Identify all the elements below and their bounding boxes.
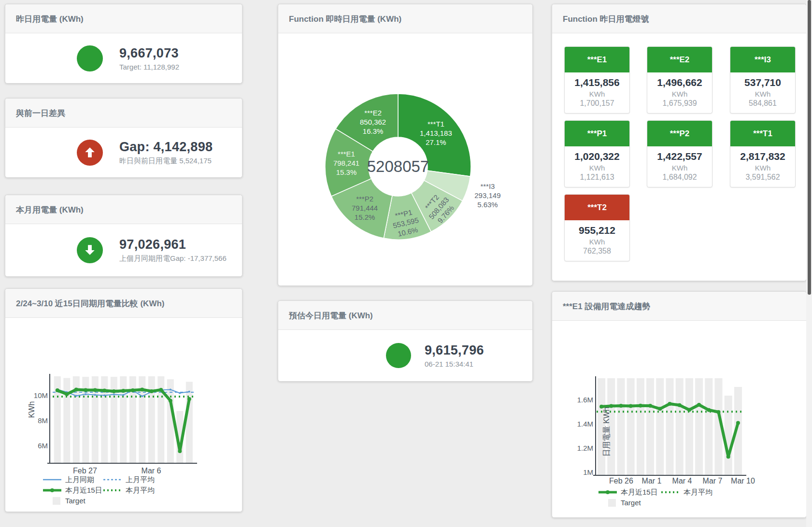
series-point [65, 392, 69, 396]
card-body: Gap: 4,142,898 昨日與前日用電量 5,524,175 [5, 128, 242, 177]
x-tick-label: Mar 1 [642, 477, 662, 485]
tile-unit: KWh [732, 164, 793, 172]
x-tick-label: Mar 4 [672, 477, 692, 485]
y-tick-label: 1.2M [577, 444, 593, 452]
target-bar [186, 382, 193, 463]
yesterday-usage-value: 9,667,073 [119, 46, 179, 61]
yesterday-usage-card: 昨日用電量 (KWh) 9,667,073 Target: 11,128,992 [5, 4, 242, 84]
card-title: 本月用電量 (KWh) [16, 204, 231, 215]
series-point [84, 388, 87, 392]
target-bar [676, 378, 684, 475]
series-point [170, 389, 171, 391]
legend-box-swatch [53, 497, 60, 505]
day-gap-subtitle: 昨日與前日用電量 5,524,175 [119, 157, 213, 166]
card-header: 與前一日差異 [5, 99, 242, 128]
scrollbar-thumb[interactable] [808, 0, 811, 295]
series-point [648, 404, 652, 408]
tile-header: ***T1 [730, 121, 795, 146]
donut-slice-label: ***I3293,1495.63% [474, 182, 500, 209]
y-tick-label: 8M [38, 416, 48, 425]
tile-value: 1,496,662 [649, 77, 710, 88]
series-point [93, 388, 97, 392]
legend-label: 本月平均 [684, 488, 712, 496]
series-point [131, 388, 135, 392]
tile-target: 1,700,157 [567, 99, 627, 108]
status-circle-icon [77, 45, 103, 71]
card-title: Function 昨日用電燈號 [563, 14, 796, 25]
card-title: 預估今日用電量 (KWh) [289, 310, 522, 321]
series-point [736, 421, 740, 425]
realtime-donut-card: Function 即時日用電量 (KWh) ***T11,413,18327.1… [278, 4, 533, 286]
estimate-value: 9,615,796 [425, 343, 484, 358]
series-point [140, 388, 144, 392]
y-tick-label: 6M [38, 442, 48, 450]
lamp-tile-e1: ***E1 1,415,856 KWh 1,700,157 [564, 46, 630, 114]
arrow-up-icon [77, 140, 103, 166]
legend-marker-swatch [606, 490, 610, 494]
tile-value: 537,710 [732, 77, 793, 88]
y-tick-label: 10M [34, 391, 48, 399]
tile-unit: KWh [649, 164, 710, 172]
compare-chart-card: 2/24~3/10 近15日同期用電量比較 (KWh) 6M8M10MKWhFe… [5, 288, 242, 512]
scrollbar-track[interactable] [806, 0, 812, 527]
yesterday-usage-target: Target: 11,128,992 [119, 63, 179, 71]
series-point [707, 408, 711, 412]
tile-value: 1,020,322 [567, 151, 627, 162]
series-point [187, 397, 191, 401]
tile-value: 2,817,832 [732, 151, 793, 162]
target-bar [63, 378, 70, 463]
tile-header: ***P1 [565, 121, 629, 146]
target-bar [656, 378, 664, 475]
target-bar [685, 378, 693, 475]
target-bar [646, 378, 654, 475]
tile-unit: KWh [567, 90, 627, 98]
series-point [727, 455, 730, 459]
series-point [74, 388, 78, 392]
tile-header: ***I3 [730, 47, 795, 72]
series-point [697, 403, 701, 407]
series-point [687, 408, 691, 412]
target-bar [695, 378, 703, 475]
target-bar [705, 378, 712, 475]
card-header: 預估今日用電量 (KWh) [278, 301, 532, 330]
lamp-tile-i3: ***I3 537,710 KWh 584,861 [730, 46, 796, 114]
series-point [619, 404, 623, 408]
target-bar [617, 378, 625, 475]
tile-unit: KWh [567, 238, 627, 246]
tile-unit: KWh [732, 90, 793, 98]
tile-target: 3,591,562 [732, 173, 793, 182]
series-point [113, 393, 115, 395]
legend-marker-swatch [50, 488, 54, 492]
x-tick-label: Feb 27 [73, 467, 97, 475]
target-bar [627, 378, 635, 475]
card-header: 昨日用電量 (KWh) [5, 4, 242, 33]
tile-unit: KWh [567, 164, 627, 172]
series-point [150, 389, 154, 393]
e1-trend-card: ***E1 設備用電達成趨勢 1M1.2M1.4M1.6M日用電量 KWhFeb… [552, 291, 807, 518]
e1-trend-chart: 1M1.2M1.4M1.6M日用電量 KWhFeb 26Mar 1Mar 4Ma… [552, 292, 807, 518]
tile-value: 955,212 [567, 225, 627, 236]
card-body: 9,667,073 Target: 11,128,992 [5, 33, 242, 83]
x-tick-label: Mar 10 [731, 477, 755, 485]
month-usage-gap: 上個月同期用電Gap: -17,377,566 [119, 254, 227, 263]
day-gap-card: 與前一日差異 Gap: 4,142,898 昨日與前日用電量 5,524,175 [5, 98, 242, 178]
legend-label: Target [621, 499, 641, 507]
series-point [639, 404, 642, 408]
tile-target: 762,358 [567, 247, 627, 256]
day-gap-value: Gap: 4,142,898 [119, 140, 213, 155]
series-point [94, 394, 96, 396]
y-tick-label: 1.6M [577, 396, 593, 404]
tile-header: ***E1 [565, 47, 629, 72]
series-point [102, 389, 106, 393]
y-tick-label: 1M [583, 468, 593, 476]
lamp-tile-e2: ***E2 1,496,662 KWh 1,675,939 [647, 46, 712, 114]
compare-line-chart: 6M8M10MKWhFeb 27Mar 6上月同期上月平均本月近15日本月平均T… [5, 289, 243, 513]
legend-label: 本月近15日 [65, 486, 102, 494]
tile-target: 1,121,613 [567, 173, 627, 182]
lamp-tile-t1: ***T1 2,817,832 KWh 3,591,562 [730, 120, 796, 187]
tile-header: ***E2 [647, 47, 712, 72]
arrow-down-icon [77, 237, 103, 263]
card-title: 與前一日差異 [16, 108, 231, 119]
card-header: Function 昨日用電燈號 [552, 4, 806, 33]
legend-label: 本月近15日 [621, 488, 658, 496]
